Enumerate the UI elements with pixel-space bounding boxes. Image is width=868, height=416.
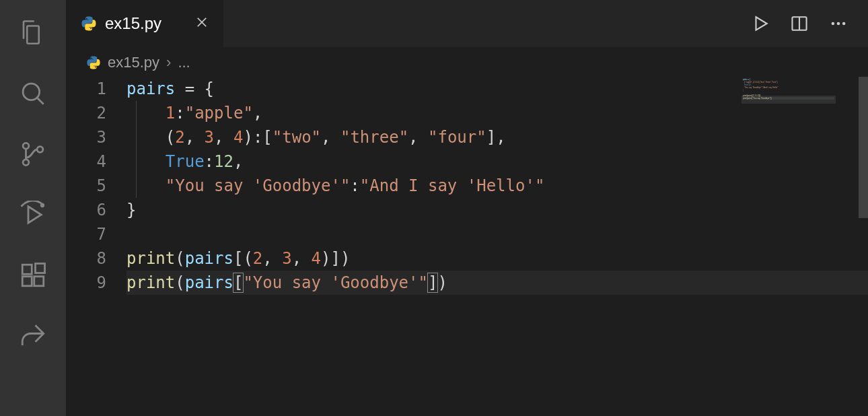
code-line[interactable]: True:12, [126, 149, 868, 174]
svg-marker-13 [756, 17, 767, 30]
svg-point-3 [23, 160, 29, 166]
scrollbar[interactable] [836, 77, 868, 416]
debug-icon[interactable] [19, 201, 47, 229]
source-control-icon[interactable] [19, 140, 47, 168]
tab-active[interactable]: ex15.py [66, 0, 224, 47]
python-icon [81, 15, 97, 32]
line-number: 7 [66, 222, 106, 246]
code-line[interactable]: "You say 'Goodbye'":"And I say 'Hello'" [126, 174, 868, 198]
editor-group: ex15.py ex15.py › ... 1 [66, 0, 868, 416]
line-number: 6 [66, 198, 106, 222]
line-number: 3 [66, 125, 106, 149]
svg-point-6 [41, 204, 44, 207]
tab-label: ex15.py [105, 14, 161, 33]
svg-rect-9 [34, 277, 44, 286]
svg-rect-7 [22, 265, 32, 274]
minimap-slider[interactable] [742, 96, 836, 104]
code-line[interactable]: print(pairs[(2, 3, 4)]) [126, 246, 868, 271]
scrollbar-thumb[interactable] [859, 77, 868, 218]
editor[interactable]: 1 2 3 4 5 6 7 8 9 pairs = { 1:"apple", (… [66, 77, 868, 416]
code-area[interactable]: pairs = { 1:"apple", (2, 3, 4):["two", "… [126, 77, 868, 416]
code-line[interactable]: } [126, 198, 868, 222]
split-editor-icon[interactable] [790, 14, 809, 33]
tab-bar: ex15.py [66, 0, 868, 47]
code-line[interactable]: (2, 3, 4):["two", "three", "four"], [126, 125, 868, 149]
svg-line-1 [38, 98, 44, 104]
line-number: 2 [66, 101, 106, 125]
minimap[interactable]: pairs = { 1:"apple", (2,3,4):["two","thr… [742, 77, 836, 124]
svg-point-18 [842, 22, 846, 26]
line-number: 4 [66, 149, 106, 174]
editor-actions [751, 0, 868, 47]
svg-point-0 [23, 83, 40, 100]
svg-point-4 [37, 147, 43, 153]
code-line[interactable] [126, 222, 868, 246]
svg-rect-8 [22, 277, 32, 286]
liveshare-icon[interactable] [19, 322, 47, 350]
breadcrumb-file: ex15.py [108, 54, 159, 71]
line-number: 9 [66, 271, 106, 295]
more-icon[interactable] [829, 14, 848, 33]
activity-bar [0, 0, 66, 416]
extensions-icon[interactable] [19, 261, 47, 289]
svg-rect-10 [36, 264, 45, 273]
breadcrumb-suffix: ... [178, 54, 190, 71]
close-icon[interactable] [192, 11, 211, 36]
search-icon[interactable] [19, 79, 47, 108]
svg-point-2 [23, 143, 29, 149]
line-number-gutter: 1 2 3 4 5 6 7 8 9 [66, 77, 126, 416]
python-icon [86, 55, 101, 70]
line-number: 1 [66, 77, 106, 101]
chevron-right-icon: › [166, 54, 171, 71]
svg-marker-5 [28, 207, 41, 223]
run-icon[interactable] [751, 14, 770, 33]
breadcrumb[interactable]: ex15.py › ... [66, 47, 868, 77]
svg-point-17 [837, 22, 840, 26]
explorer-icon[interactable] [19, 19, 47, 47]
svg-point-16 [832, 22, 835, 26]
code-line[interactable]: print(pairs["You say 'Goodbye'"]) [126, 271, 868, 295]
line-number: 8 [66, 246, 106, 271]
line-number: 5 [66, 174, 106, 198]
